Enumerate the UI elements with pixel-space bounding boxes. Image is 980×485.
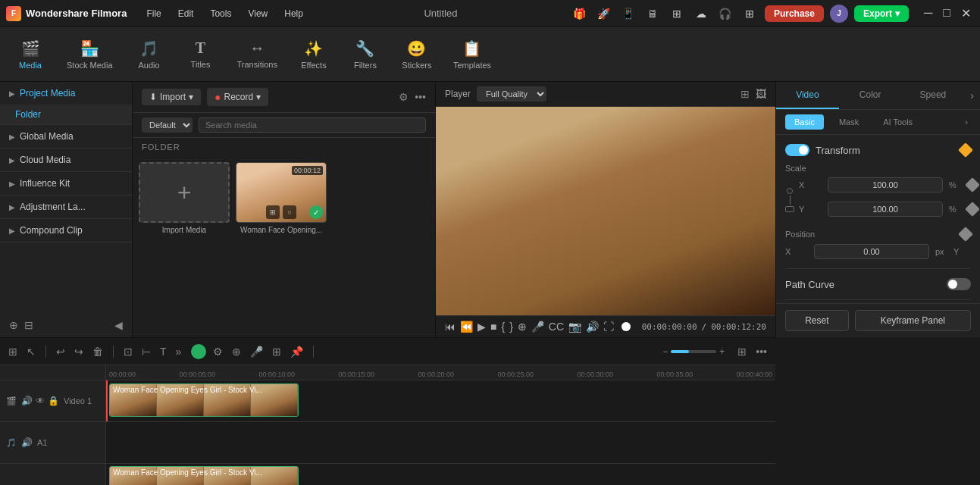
tool-stickers[interactable]: 😀 Stickers [393, 35, 441, 74]
mark-out-icon[interactable]: } [509, 321, 513, 333]
tool-filters[interactable]: 🔧 Filters [341, 35, 390, 74]
scale-y-input[interactable] [828, 202, 943, 217]
purchase-button[interactable]: Purchase [765, 5, 824, 22]
maximize-button[interactable]: □ [940, 6, 953, 20]
caption-icon[interactable]: CC [549, 321, 564, 333]
play-icon[interactable]: ▶ [477, 321, 486, 333]
monitor-icon[interactable]: 🖥 [643, 5, 662, 23]
transform-keyframe-icon[interactable] [958, 142, 973, 158]
position-keyframe[interactable] [958, 227, 973, 242]
tab-color[interactable]: Color [839, 82, 902, 109]
voiceover-icon[interactable]: 🎤 [531, 321, 544, 333]
speaker-icon[interactable]: 🔊 [21, 396, 33, 406]
eye-icon[interactable]: 👁 [36, 396, 45, 406]
menu-help[interactable]: Help [277, 5, 311, 22]
audio-icon[interactable]: 🔊 [586, 321, 599, 333]
filter-icon[interactable]: ⚙ [399, 91, 409, 103]
tool-media[interactable]: 🎬 Media [6, 35, 55, 74]
close-button[interactable]: ✕ [958, 6, 974, 20]
tl-more-icon[interactable]: » [174, 343, 184, 360]
record-button[interactable]: ● Record ▾ [207, 88, 268, 106]
headphone-icon[interactable]: 🎧 [716, 5, 734, 23]
tl-redo-icon[interactable]: ↪ [72, 343, 86, 360]
scale-x-input[interactable] [828, 177, 943, 192]
grid-view-icon[interactable]: ⊞ [740, 88, 750, 100]
menu-tools[interactable]: Tools [202, 5, 239, 22]
cloud-media-header[interactable]: ▶ Cloud Media [0, 149, 132, 171]
tl-settings-icon[interactable]: ⚙ [211, 343, 225, 360]
tab-speed[interactable]: Speed [902, 82, 965, 109]
scale-y-keyframe[interactable] [965, 202, 980, 217]
more-icon[interactable]: ••• [415, 91, 426, 103]
keyframe-panel-button[interactable]: Keyframe Panel [855, 310, 971, 331]
tool-effects[interactable]: ✨ Effects [290, 35, 338, 74]
video-clip-1[interactable]: Woman Face Opening Eyes Girl - Stock Vi.… [109, 383, 299, 417]
folder-item[interactable]: Folder [0, 105, 132, 124]
video-thumb[interactable]: 00:00:12 ⊞ ○ ✓ [236, 162, 327, 223]
menu-file[interactable]: File [139, 5, 168, 22]
zoom-slider[interactable] [671, 350, 716, 353]
scale-x-keyframe[interactable] [965, 177, 980, 192]
tab-video[interactable]: Video [776, 82, 839, 109]
default-select[interactable]: Default [142, 117, 193, 133]
global-media-header[interactable]: ▶ Global Media [0, 125, 132, 148]
tl-delete-icon[interactable]: 🗑 [90, 343, 105, 360]
tl-pointer-icon[interactable]: ↖ [24, 343, 38, 360]
stop-icon[interactable]: ■ [490, 321, 496, 333]
zoom-in-icon[interactable]: + [719, 346, 725, 357]
grid-icon[interactable]: ⊞ [740, 5, 759, 23]
sub-tab-ai-tools[interactable]: AI Tools [874, 114, 922, 130]
skip-back-icon[interactable]: ⏮ [445, 321, 456, 333]
panel-collapse-icon[interactable]: ◀ [114, 319, 123, 331]
screen-icon[interactable]: 📱 [619, 5, 637, 23]
export-button[interactable]: Export ▾ [854, 5, 909, 22]
insert-icon[interactable]: ⊕ [518, 321, 527, 333]
tl-detach-icon[interactable]: ⊕ [230, 343, 243, 360]
tab-more-icon[interactable]: › [964, 82, 980, 109]
search-input[interactable] [199, 117, 426, 133]
menu-edit[interactable]: Edit [171, 5, 202, 22]
import-button[interactable]: ⬇ Import ▾ [142, 89, 201, 105]
mark-in-icon[interactable]: { [501, 321, 505, 333]
project-media-header[interactable]: ▶ Project Media [0, 82, 132, 105]
user-avatar[interactable]: J [830, 5, 848, 23]
pos-x-input[interactable] [814, 244, 929, 259]
step-back-icon[interactable]: ⏪ [460, 321, 473, 333]
tool-titles[interactable]: T Titles [177, 35, 225, 74]
tl-select-icon[interactable]: ⊞ [6, 343, 20, 360]
progress-bar[interactable] [626, 325, 630, 328]
tl-grid-icon[interactable]: ⊞ [270, 343, 283, 360]
photo-view-icon[interactable]: 🖼 [756, 88, 766, 100]
tl-undo-icon[interactable]: ↩ [54, 343, 67, 360]
audio-speaker-icon[interactable]: 🔊 [21, 437, 33, 448]
zoom-out-icon[interactable]: − [662, 346, 668, 357]
tl-mic-icon[interactable]: 🎤 [248, 343, 265, 360]
tl-layout-icon[interactable]: ⊞ [735, 343, 749, 360]
tl-text-icon[interactable]: T [158, 343, 169, 360]
tool-audio[interactable]: 🎵 Audio [125, 35, 174, 74]
window-icon[interactable]: ⊞ [668, 5, 686, 23]
menu-view[interactable]: View [240, 5, 275, 22]
panel-add-icon[interactable]: ⊕ [9, 319, 18, 331]
sub-tab-mask[interactable]: Mask [830, 114, 868, 130]
tl-pin-icon[interactable]: 📌 [288, 343, 305, 360]
import-thumb[interactable]: + [139, 162, 230, 223]
minimize-button[interactable]: ─ [921, 6, 935, 20]
gift-icon[interactable]: 🎁 [571, 5, 589, 23]
tool-templates[interactable]: 📋 Templates [444, 35, 500, 74]
path-curve-toggle[interactable] [947, 278, 971, 290]
lock-track-icon[interactable]: 🔒 [48, 396, 59, 406]
tool-transitions[interactable]: ↔ Transitions [228, 35, 286, 74]
tool-stock[interactable]: 🏪 Stock Media [58, 35, 122, 74]
quality-select[interactable]: Full Quality [477, 86, 546, 102]
tl-split-icon[interactable]: ⊢ [139, 343, 153, 360]
sub-tab-basic[interactable]: Basic [785, 114, 824, 130]
snapshot-icon[interactable]: 📷 [568, 321, 581, 333]
sub-tab-more[interactable]: › [962, 114, 971, 130]
compound-clip-header[interactable]: ▶ Compound Clip [0, 219, 132, 242]
fullscreen-icon[interactable]: ⛶ [603, 321, 614, 333]
panel-grid-icon[interactable]: ⊟ [24, 319, 33, 331]
reset-button[interactable]: Reset [785, 310, 849, 331]
cloud-icon[interactable]: ☁ [692, 5, 710, 23]
tl-crop-icon[interactable]: ⊡ [121, 343, 135, 360]
